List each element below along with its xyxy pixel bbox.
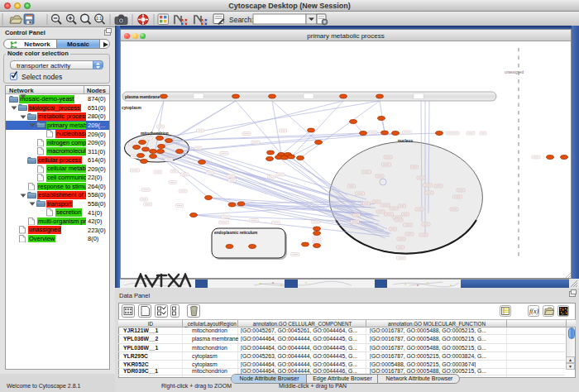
svg-text:nucleus: nucleus <box>398 139 413 143</box>
svg-text:1:1: 1:1 <box>96 16 102 21</box>
svg-text:f(x): f(x) <box>529 308 538 315</box>
svg-text:endoplasmic reticulum: endoplasmic reticulum <box>214 231 257 235</box>
svg-text:unassigned: unassigned <box>505 70 524 74</box>
svg-text:plasma membrane: plasma membrane <box>125 95 160 99</box>
svg-text:Search:: Search: <box>229 16 253 24</box>
svg-text:mitochondrion: mitochondrion <box>141 131 169 136</box>
svg-text:cytoplasm: cytoplasm <box>122 106 141 110</box>
